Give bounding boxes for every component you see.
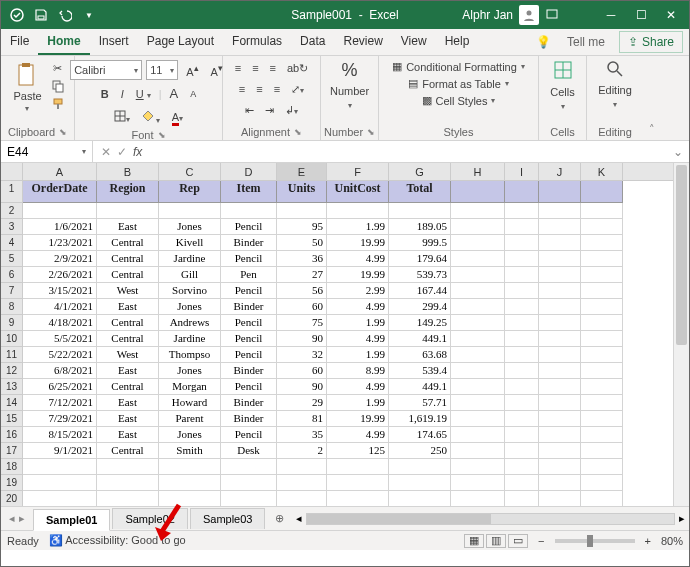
cell[interactable]: Central [97, 331, 159, 347]
ribbon-display-icon[interactable] [545, 7, 559, 24]
cell[interactable] [451, 443, 505, 459]
cell[interactable] [97, 203, 159, 219]
cell[interactable]: Item [221, 181, 277, 203]
format-painter-icon[interactable] [50, 96, 66, 112]
cell[interactable] [327, 459, 389, 475]
cell[interactable]: 1/23/2021 [23, 235, 97, 251]
cell[interactable] [505, 363, 539, 379]
cell[interactable] [505, 181, 539, 203]
cell[interactable]: Pencil [221, 219, 277, 235]
cell[interactable] [451, 219, 505, 235]
tab-home[interactable]: Home [38, 28, 89, 55]
cell[interactable] [581, 251, 623, 267]
cell[interactable]: Central [97, 251, 159, 267]
font-color-icon[interactable]: A▾ [168, 109, 187, 125]
user-name[interactable]: Alphr Jan [462, 8, 513, 22]
cell[interactable]: 4.99 [327, 251, 389, 267]
cell[interactable] [581, 267, 623, 283]
cell[interactable]: Binder [221, 363, 277, 379]
cell[interactable]: Parent [159, 411, 221, 427]
save-icon[interactable] [33, 7, 49, 23]
cell[interactable]: 63.68 [389, 347, 451, 363]
row-header[interactable]: 9 [1, 315, 22, 331]
row-header[interactable]: 5 [1, 251, 22, 267]
cell[interactable]: 5/5/2021 [23, 331, 97, 347]
share-button[interactable]: ⇪Share [619, 31, 683, 53]
italic-button[interactable]: I [117, 86, 128, 102]
cell[interactable]: Jones [159, 219, 221, 235]
cell[interactable] [505, 299, 539, 315]
row-header[interactable]: 17 [1, 443, 22, 459]
normal-view-icon[interactable]: ▦ [464, 534, 484, 548]
cell[interactable]: 1,619.19 [389, 411, 451, 427]
cell[interactable] [581, 443, 623, 459]
cell[interactable] [581, 427, 623, 443]
cell[interactable]: 449.1 [389, 379, 451, 395]
cell[interactable]: 250 [389, 443, 451, 459]
cell[interactable]: 2/9/2021 [23, 251, 97, 267]
cell[interactable] [451, 459, 505, 475]
cell[interactable]: 9/1/2021 [23, 443, 97, 459]
align-left-icon[interactable]: ≡ [235, 81, 249, 98]
column-header-B[interactable]: B [97, 163, 159, 180]
cell[interactable] [277, 459, 327, 475]
cell[interactable]: 19.99 [327, 411, 389, 427]
cell[interactable] [539, 491, 581, 506]
cell[interactable]: 1.99 [327, 347, 389, 363]
column-header-D[interactable]: D [221, 163, 277, 180]
cell[interactable] [451, 427, 505, 443]
row-header[interactable]: 16 [1, 427, 22, 443]
editing-icon[interactable] [606, 60, 624, 80]
tab-insert[interactable]: Insert [90, 28, 138, 55]
cell[interactable]: Pen [221, 267, 277, 283]
cell[interactable] [277, 491, 327, 506]
cell[interactable]: West [97, 347, 159, 363]
row-header[interactable]: 15 [1, 411, 22, 427]
row-header[interactable]: 13 [1, 379, 22, 395]
cell[interactable]: Central [97, 443, 159, 459]
row-header[interactable]: 3 [1, 219, 22, 235]
cell[interactable] [221, 475, 277, 491]
cell[interactable]: Central [97, 235, 159, 251]
cell[interactable] [505, 411, 539, 427]
cell[interactable] [327, 491, 389, 506]
cell[interactable]: Binder [221, 411, 277, 427]
zoom-out-button[interactable]: − [538, 535, 544, 547]
cell[interactable] [539, 331, 581, 347]
cell[interactable] [327, 203, 389, 219]
row-header[interactable]: 1 [1, 181, 22, 203]
cell[interactable]: 6/8/2021 [23, 363, 97, 379]
cell[interactable] [581, 363, 623, 379]
row-header[interactable]: 6 [1, 267, 22, 283]
cell[interactable] [539, 283, 581, 299]
cell[interactable] [581, 411, 623, 427]
cell[interactable] [505, 443, 539, 459]
cell[interactable]: 19.99 [327, 267, 389, 283]
cell[interactable]: Jardine [159, 331, 221, 347]
cell[interactable]: East [97, 411, 159, 427]
cell[interactable]: Pencil [221, 379, 277, 395]
cell[interactable]: 3/15/2021 [23, 283, 97, 299]
page-break-view-icon[interactable]: ▭ [508, 534, 528, 548]
cell[interactable] [451, 181, 505, 203]
cell[interactable] [505, 475, 539, 491]
cell[interactable]: Pencil [221, 427, 277, 443]
paste-button[interactable]: Paste ▾ [9, 60, 45, 115]
cell[interactable]: 7/29/2021 [23, 411, 97, 427]
cell[interactable]: Jones [159, 363, 221, 379]
cell[interactable] [451, 235, 505, 251]
cell[interactable] [539, 203, 581, 219]
cell[interactable]: 81 [277, 411, 327, 427]
cell[interactable] [539, 475, 581, 491]
editing-button[interactable]: Editing [598, 84, 632, 96]
horizontal-scrollbar[interactable]: ◂▸ [292, 512, 689, 525]
cell[interactable]: 7/12/2021 [23, 395, 97, 411]
cell[interactable]: Jardine [159, 251, 221, 267]
cell[interactable]: 125 [327, 443, 389, 459]
font-name-select[interactable]: Calibri▾ [70, 60, 142, 80]
column-header-J[interactable]: J [539, 163, 581, 180]
align-top-icon[interactable]: ≡ [231, 60, 245, 77]
cell[interactable] [505, 459, 539, 475]
cell[interactable]: Region [97, 181, 159, 203]
copy-icon[interactable] [50, 78, 66, 94]
